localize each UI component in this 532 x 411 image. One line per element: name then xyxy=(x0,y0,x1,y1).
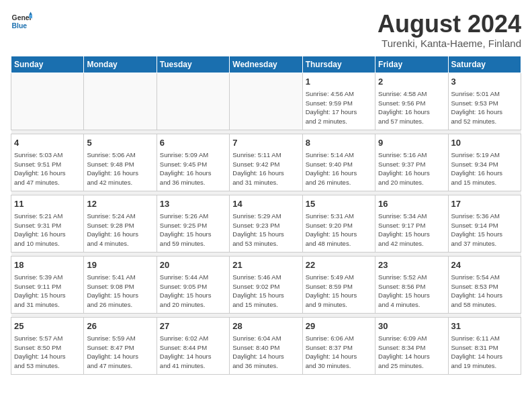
calendar-week-row: 1Sunrise: 4:56 AM Sunset: 9:59 PM Daylig… xyxy=(11,73,521,130)
calendar-day-header: Wednesday xyxy=(230,56,302,73)
day-number: 20 xyxy=(160,259,226,271)
day-info: Sunrise: 5:41 AM Sunset: 9:08 PM Dayligh… xyxy=(87,273,153,310)
calendar-day-cell: 26Sunrise: 5:59 AM Sunset: 8:47 PM Dayli… xyxy=(84,317,157,374)
day-number: 7 xyxy=(232,137,299,149)
day-number: 22 xyxy=(306,259,372,271)
day-number: 25 xyxy=(14,320,81,332)
calendar-day-header: Tuesday xyxy=(157,56,229,73)
calendar-day-cell: 20Sunrise: 5:44 AM Sunset: 9:05 PM Dayli… xyxy=(157,256,229,313)
calendar-header-row: SundayMondayTuesdayWednesdayThursdayFrid… xyxy=(11,56,521,73)
calendar-day-cell: 6Sunrise: 5:09 AM Sunset: 9:45 PM Daylig… xyxy=(157,134,229,191)
day-number: 12 xyxy=(87,198,153,210)
day-info: Sunrise: 6:02 AM Sunset: 8:44 PM Dayligh… xyxy=(160,334,226,371)
calendar-day-cell: 16Sunrise: 5:34 AM Sunset: 9:17 PM Dayli… xyxy=(375,195,448,252)
day-info: Sunrise: 5:49 AM Sunset: 8:59 PM Dayligh… xyxy=(306,273,372,310)
day-info: Sunrise: 5:46 AM Sunset: 9:02 PM Dayligh… xyxy=(232,273,299,310)
day-info: Sunrise: 5:03 AM Sunset: 9:51 PM Dayligh… xyxy=(14,150,81,187)
day-number: 21 xyxy=(232,259,299,271)
day-info: Sunrise: 6:11 AM Sunset: 8:31 PM Dayligh… xyxy=(451,334,518,371)
day-number: 9 xyxy=(378,137,445,149)
calendar-day-cell: 14Sunrise: 5:29 AM Sunset: 9:23 PM Dayli… xyxy=(230,195,302,252)
calendar-day-cell: 1Sunrise: 4:56 AM Sunset: 9:59 PM Daylig… xyxy=(302,73,375,130)
day-info: Sunrise: 5:29 AM Sunset: 9:23 PM Dayligh… xyxy=(232,212,299,248)
calendar-week-row: 4Sunrise: 5:03 AM Sunset: 9:51 PM Daylig… xyxy=(11,134,521,191)
day-info: Sunrise: 5:39 AM Sunset: 9:11 PM Dayligh… xyxy=(14,273,81,310)
day-info: Sunrise: 5:52 AM Sunset: 8:56 PM Dayligh… xyxy=(378,273,445,310)
day-info: Sunrise: 5:57 AM Sunset: 8:50 PM Dayligh… xyxy=(14,334,81,371)
day-number: 31 xyxy=(451,320,518,332)
day-number: 1 xyxy=(306,76,372,88)
day-info: Sunrise: 5:11 AM Sunset: 9:42 PM Dayligh… xyxy=(232,150,299,187)
day-number: 28 xyxy=(232,320,299,332)
calendar-week-row: 25Sunrise: 5:57 AM Sunset: 8:50 PM Dayli… xyxy=(11,317,521,374)
day-info: Sunrise: 5:31 AM Sunset: 9:20 PM Dayligh… xyxy=(306,212,372,248)
calendar-day-cell: 11Sunrise: 5:21 AM Sunset: 9:31 PM Dayli… xyxy=(11,195,84,252)
day-info: Sunrise: 5:34 AM Sunset: 9:17 PM Dayligh… xyxy=(378,212,445,248)
subtitle: Turenki, Kanta-Haeme, Finland xyxy=(378,38,521,49)
title-section: August 2024 Turenki, Kanta-Haeme, Finlan… xyxy=(378,11,521,49)
svg-marker-3 xyxy=(29,15,32,18)
day-number: 26 xyxy=(87,320,153,332)
day-number: 13 xyxy=(160,198,226,210)
day-number: 4 xyxy=(14,137,81,149)
calendar-day-cell: 28Sunrise: 6:04 AM Sunset: 8:40 PM Dayli… xyxy=(230,317,302,374)
day-info: Sunrise: 5:21 AM Sunset: 9:31 PM Dayligh… xyxy=(14,212,81,248)
day-number: 27 xyxy=(160,320,226,332)
day-number: 11 xyxy=(14,198,81,210)
day-number: 17 xyxy=(451,198,518,210)
calendar-week-row: 18Sunrise: 5:39 AM Sunset: 9:11 PM Dayli… xyxy=(11,256,521,313)
calendar-day-cell: 13Sunrise: 5:26 AM Sunset: 9:25 PM Dayli… xyxy=(157,195,229,252)
calendar-day-cell xyxy=(11,73,84,130)
day-info: Sunrise: 5:19 AM Sunset: 9:34 PM Dayligh… xyxy=(451,150,518,187)
day-number: 30 xyxy=(378,320,445,332)
day-number: 10 xyxy=(451,137,518,149)
day-info: Sunrise: 5:09 AM Sunset: 9:45 PM Dayligh… xyxy=(160,150,226,187)
calendar-day-cell xyxy=(84,73,157,130)
day-info: Sunrise: 5:26 AM Sunset: 9:25 PM Dayligh… xyxy=(160,212,226,248)
calendar-day-header: Thursday xyxy=(302,56,375,73)
calendar-day-header: Sunday xyxy=(11,56,84,73)
calendar-day-cell: 10Sunrise: 5:19 AM Sunset: 9:34 PM Dayli… xyxy=(448,134,521,191)
day-number: 2 xyxy=(378,76,445,88)
calendar-table: SundayMondayTuesdayWednesdayThursdayFrid… xyxy=(11,56,521,375)
day-number: 6 xyxy=(160,137,226,149)
calendar-day-cell: 9Sunrise: 5:16 AM Sunset: 9:37 PM Daylig… xyxy=(375,134,448,191)
calendar-day-cell xyxy=(230,73,302,130)
calendar-week-row: 11Sunrise: 5:21 AM Sunset: 9:31 PM Dayli… xyxy=(11,195,521,252)
day-number: 24 xyxy=(451,259,518,271)
calendar-day-header: Saturday xyxy=(448,56,521,73)
calendar-day-cell: 24Sunrise: 5:54 AM Sunset: 8:53 PM Dayli… xyxy=(448,256,521,313)
day-number: 8 xyxy=(306,137,372,149)
day-number: 16 xyxy=(378,198,445,210)
day-info: Sunrise: 6:06 AM Sunset: 8:37 PM Dayligh… xyxy=(306,334,372,371)
calendar-day-cell: 19Sunrise: 5:41 AM Sunset: 9:08 PM Dayli… xyxy=(84,256,157,313)
day-number: 18 xyxy=(14,259,81,271)
day-number: 3 xyxy=(451,76,518,88)
calendar-day-cell: 22Sunrise: 5:49 AM Sunset: 8:59 PM Dayli… xyxy=(302,256,375,313)
day-info: Sunrise: 5:44 AM Sunset: 9:05 PM Dayligh… xyxy=(160,273,226,310)
calendar-day-cell: 8Sunrise: 5:14 AM Sunset: 9:40 PM Daylig… xyxy=(302,134,375,191)
calendar-day-header: Friday xyxy=(375,56,448,73)
day-number: 15 xyxy=(306,198,372,210)
day-number: 19 xyxy=(87,259,153,271)
day-info: Sunrise: 5:36 AM Sunset: 9:14 PM Dayligh… xyxy=(451,212,518,248)
day-info: Sunrise: 5:24 AM Sunset: 9:28 PM Dayligh… xyxy=(87,212,153,248)
main-title: August 2024 xyxy=(378,11,521,38)
day-info: Sunrise: 5:16 AM Sunset: 9:37 PM Dayligh… xyxy=(378,150,445,187)
calendar-day-cell: 31Sunrise: 6:11 AM Sunset: 8:31 PM Dayli… xyxy=(448,317,521,374)
calendar-day-cell xyxy=(157,73,229,130)
day-info: Sunrise: 5:01 AM Sunset: 9:53 PM Dayligh… xyxy=(451,89,518,126)
day-info: Sunrise: 5:54 AM Sunset: 8:53 PM Dayligh… xyxy=(451,273,518,310)
calendar-day-cell: 21Sunrise: 5:46 AM Sunset: 9:02 PM Dayli… xyxy=(230,256,302,313)
calendar-day-cell: 29Sunrise: 6:06 AM Sunset: 8:37 PM Dayli… xyxy=(302,317,375,374)
calendar-day-cell: 25Sunrise: 5:57 AM Sunset: 8:50 PM Dayli… xyxy=(11,317,84,374)
calendar-day-cell: 23Sunrise: 5:52 AM Sunset: 8:56 PM Dayli… xyxy=(375,256,448,313)
logo-icon: General Blue xyxy=(11,11,32,32)
svg-marker-2 xyxy=(29,12,32,15)
calendar-day-cell: 18Sunrise: 5:39 AM Sunset: 9:11 PM Dayli… xyxy=(11,256,84,313)
calendar-day-cell: 5Sunrise: 5:06 AM Sunset: 9:48 PM Daylig… xyxy=(84,134,157,191)
day-info: Sunrise: 4:58 AM Sunset: 9:56 PM Dayligh… xyxy=(378,89,445,126)
day-info: Sunrise: 6:09 AM Sunset: 8:34 PM Dayligh… xyxy=(378,334,445,371)
day-number: 29 xyxy=(306,320,372,332)
page-header: General Blue August 2024 Turenki, Kanta-… xyxy=(11,11,521,49)
